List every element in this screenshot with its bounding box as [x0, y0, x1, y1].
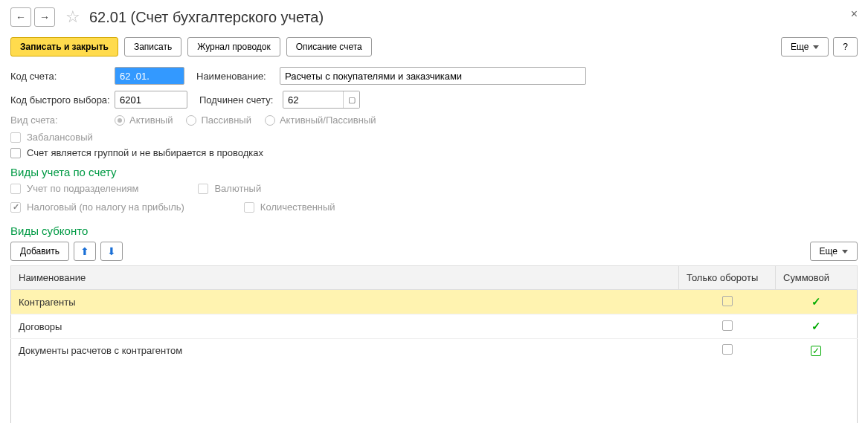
name-label: Наименование: — [196, 71, 280, 82]
sum-cell[interactable]: ✓ — [776, 314, 858, 339]
is-group-checkbox[interactable] — [10, 148, 21, 158]
move-up-button[interactable]: ⬆ — [74, 242, 96, 261]
kind-active-label: Активный — [129, 114, 173, 126]
subkonto-name-cell[interactable]: Документы расчетов с контрагентом — [11, 339, 679, 363]
sum-cell[interactable]: ✓ — [776, 290, 858, 314]
subkonto-name-cell[interactable]: Контрагенты — [11, 290, 679, 314]
add-button[interactable]: Добавить — [10, 242, 69, 261]
arrow-up-icon: ⬆ — [80, 245, 89, 257]
page-title: 62.01 (Счет бухгалтерского учета) — [89, 9, 324, 26]
by-dept-checkbox — [10, 184, 21, 194]
parent-label: Подчинен счету: — [199, 94, 283, 106]
kind-passive-label: Пассивный — [201, 114, 251, 126]
name-input[interactable] — [280, 67, 586, 85]
quantity-label: Количественный — [260, 201, 335, 213]
arrow-down-icon: ⬇ — [107, 245, 116, 257]
close-icon[interactable]: × — [851, 7, 858, 21]
nav-back-button[interactable]: ← — [10, 7, 31, 27]
kind-passive-radio: Пассивный — [186, 114, 251, 126]
currency-label: Валютный — [214, 183, 261, 194]
turnover-cell[interactable] — [679, 290, 776, 314]
col-name-header[interactable]: Наименование — [11, 266, 679, 290]
by-dept-label: Учет по подразделениям — [27, 183, 138, 194]
save-button[interactable]: Записать — [124, 37, 181, 56]
quick-code-label: Код быстрого выбора: — [10, 94, 115, 106]
help-button[interactable]: ? — [833, 37, 858, 56]
kind-both-radio: Активный/Пассивный — [265, 114, 376, 126]
description-button[interactable]: Описание счета — [286, 37, 372, 56]
parent-input[interactable] — [283, 91, 343, 108]
tax-checkbox — [10, 202, 21, 213]
kind-both-label: Активный/Пассивный — [280, 114, 376, 126]
sum-cell[interactable]: ✓ — [776, 339, 858, 363]
offbalance-label: Забалансовый — [27, 132, 93, 143]
table-row[interactable]: Договоры✓ — [11, 314, 858, 339]
kind-active-radio: Активный — [115, 114, 173, 126]
turnover-cell[interactable] — [679, 339, 776, 363]
code-input[interactable] — [115, 67, 184, 85]
journal-button[interactable]: Журнал проводок — [187, 37, 280, 56]
turnover-cell[interactable] — [679, 314, 776, 339]
quantity-checkbox — [244, 202, 254, 213]
table-row[interactable]: Документы расчетов с контрагентом✓ — [11, 339, 858, 363]
nav-forward-button[interactable]: → — [34, 7, 55, 27]
subkonto-name-cell[interactable]: Договоры — [11, 314, 679, 339]
table-row[interactable]: Контрагенты✓ — [11, 290, 858, 314]
offbalance-checkbox — [10, 132, 21, 143]
tax-label: Налоговый (по налогу на прибыль) — [27, 201, 184, 213]
col-sum-header[interactable]: Суммовой — [776, 266, 858, 290]
favorite-star-icon[interactable]: ☆ — [65, 7, 80, 27]
parent-select-button[interactable]: ▢ — [343, 91, 359, 108]
more-button[interactable]: Еще — [781, 37, 829, 56]
currency-checkbox — [198, 184, 208, 194]
move-down-button[interactable]: ⬇ — [100, 242, 123, 261]
is-group-label: Счет является группой и не выбирается в … — [27, 147, 263, 158]
quick-code-input[interactable] — [115, 91, 187, 109]
subkonto-more-button[interactable]: Еще — [810, 242, 858, 261]
col-turnover-header[interactable]: Только обороты — [679, 266, 776, 290]
subkonto-table: Наименование Только обороты Суммовой Кон… — [10, 265, 858, 423]
save-and-close-button[interactable]: Записать и закрыть — [10, 37, 118, 56]
code-label: Код счета: — [10, 71, 115, 82]
subkonto-section-title: Виды субконто — [10, 225, 858, 237]
kind-label: Вид счета: — [10, 114, 115, 126]
accounting-section-title: Виды учета по счету — [10, 166, 858, 178]
